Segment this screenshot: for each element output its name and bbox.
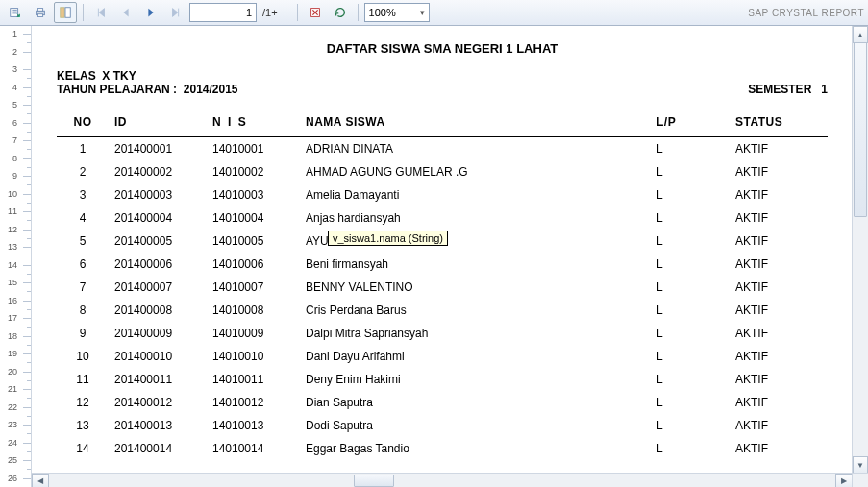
svg-rect-2 <box>37 9 42 12</box>
cell-id: 201400014 <box>109 437 207 460</box>
cell-nama: Dani Dayu Arifahmi <box>300 345 651 368</box>
cell-lp: L <box>651 368 730 391</box>
cell-nis: 14010006 <box>207 253 300 276</box>
cell-status: AKTIF <box>730 276 828 299</box>
cell-nama: ADRIAN DINATA <box>300 137 651 161</box>
cell-id: 201400005 <box>109 230 207 253</box>
cell-status: AKTIF <box>730 137 828 161</box>
export-button[interactable] <box>4 2 27 23</box>
scroll-up-button[interactable]: ▲ <box>853 26 868 43</box>
cell-no: 10 <box>57 345 109 368</box>
cell-id: 201400002 <box>109 160 207 183</box>
cell-nis: 14010014 <box>207 437 300 460</box>
cell-no: 8 <box>57 299 109 322</box>
chevron-down-icon: ▾ <box>420 8 425 17</box>
table-row: 420140000414010004Anjas hardiansyahLAKTI… <box>57 207 828 230</box>
cell-lp: L <box>651 160 730 183</box>
cell-nis: 14010003 <box>207 183 300 207</box>
scroll-track[interactable] <box>853 42 868 457</box>
cell-no: 2 <box>57 160 109 183</box>
toolbar: /1+ 100%▾ SAP CRYSTAL REPORT <box>0 0 868 26</box>
table-row: 1020140001014010010Dani Dayu ArifahmiLAK… <box>57 345 828 368</box>
cell-status: AKTIF <box>730 368 828 391</box>
report-title: DAFTAR SISWA SMA NEGERI 1 LAHAT <box>57 41 828 56</box>
cell-status: AKTIF <box>730 345 828 368</box>
col-lp: L/P <box>651 110 730 137</box>
cell-nama: Dian Saputra <box>300 391 651 414</box>
separator <box>83 4 84 21</box>
first-page-button[interactable] <box>89 2 112 23</box>
field-tooltip: v_siswa1.nama (String) <box>328 231 448 246</box>
table-row: 1320140001314010013Dodi SaputraLAKTIF <box>57 414 828 437</box>
table-row: 120140000114010001ADRIAN DINATALAKTIF <box>57 137 828 161</box>
refresh-button[interactable] <box>329 2 352 23</box>
cell-nis: 14010005 <box>207 230 300 253</box>
cell-nis: 14010010 <box>207 345 300 368</box>
scroll-thumb-h[interactable] <box>354 475 394 487</box>
vertical-ruler: 1234567891011121314151617181920212223242… <box>0 26 32 487</box>
cell-nis: 14010012 <box>207 391 300 414</box>
table-row: 920140000914010009Dalpi Mitra Sapriansya… <box>57 322 828 345</box>
scroll-corner <box>852 473 868 487</box>
toggle-tree-button[interactable] <box>54 2 77 23</box>
cell-no: 9 <box>57 322 109 345</box>
svg-rect-3 <box>37 14 42 17</box>
cell-nama: Deny Enim Hakimi <box>300 368 651 391</box>
cell-nis: 14010002 <box>207 160 300 183</box>
app-window: /1+ 100%▾ SAP CRYSTAL REPORT 12345678910… <box>0 0 868 487</box>
cell-nama: Dalpi Mitra Sapriansyah <box>300 322 651 345</box>
cell-nama: Cris Perdana Barus <box>300 299 651 322</box>
separator <box>297 4 298 21</box>
table-row: 820140000814010008Cris Perdana BarusLAKT… <box>57 299 828 322</box>
separator <box>358 4 359 21</box>
col-nis: N I S <box>207 110 300 137</box>
cell-nama: Amelia Damayanti <box>300 183 651 207</box>
cell-lp: L <box>651 183 730 207</box>
cell-no: 5 <box>57 230 109 253</box>
cell-status: AKTIF <box>730 230 828 253</box>
print-button[interactable] <box>29 2 52 23</box>
stop-button[interactable] <box>304 2 327 23</box>
page-total-label: /1+ <box>262 7 278 18</box>
cell-status: AKTIF <box>730 299 828 322</box>
brand-label: SAP CRYSTAL REPORT <box>748 8 864 18</box>
report-viewport: DAFTAR SISWA SMA NEGERI 1 LAHAT KELAS X … <box>32 26 868 487</box>
cell-id: 201400007 <box>109 276 207 299</box>
cell-lp: L <box>651 253 730 276</box>
cell-nama: BENNY VALENTINO <box>300 276 651 299</box>
scroll-down-button[interactable]: ▼ <box>853 456 868 474</box>
prev-page-button[interactable] <box>114 2 137 23</box>
cell-id: 201400001 <box>109 137 207 161</box>
scroll-thumb[interactable] <box>854 42 867 217</box>
cell-lp: L <box>651 414 730 437</box>
vertical-scrollbar[interactable]: ▲ ▼ <box>852 26 868 474</box>
cell-status: AKTIF <box>730 160 828 183</box>
cell-id: 201400012 <box>109 391 207 414</box>
cell-id: 201400006 <box>109 253 207 276</box>
cell-nis: 14010008 <box>207 299 300 322</box>
kelas-value: X TKY <box>102 69 136 83</box>
cell-nis: 14010009 <box>207 322 300 345</box>
cell-id: 201400004 <box>109 207 207 230</box>
cell-lp: L <box>651 299 730 322</box>
col-status: STATUS <box>730 110 828 137</box>
cell-nama: Eggar Bagas Tandio <box>300 437 651 460</box>
cell-no: 12 <box>57 391 109 414</box>
semester-value: 1 <box>821 83 828 96</box>
last-page-button[interactable] <box>164 2 187 23</box>
cell-nis: 14010004 <box>207 207 300 230</box>
cell-id: 201400003 <box>109 183 207 207</box>
scroll-left-button[interactable]: ◀ <box>32 474 49 487</box>
cell-status: AKTIF <box>730 437 828 460</box>
page-number-input[interactable] <box>189 3 257 22</box>
table-row: 720140000714010007BENNY VALENTINOLAKTIF <box>57 276 828 299</box>
cell-lp: L <box>651 207 730 230</box>
zoom-select[interactable]: 100%▾ <box>364 3 430 22</box>
cell-no: 7 <box>57 276 109 299</box>
scroll-right-button[interactable]: ▶ <box>835 474 853 487</box>
cell-nama: Dodi Saputra <box>300 414 651 437</box>
cell-id: 201400009 <box>109 322 207 345</box>
student-table: NO ID N I S NAMA SISWA L/P STATUS 120140… <box>57 110 828 460</box>
next-page-button[interactable] <box>139 2 162 23</box>
horizontal-scrollbar[interactable]: ◀ ▶ <box>32 473 853 487</box>
